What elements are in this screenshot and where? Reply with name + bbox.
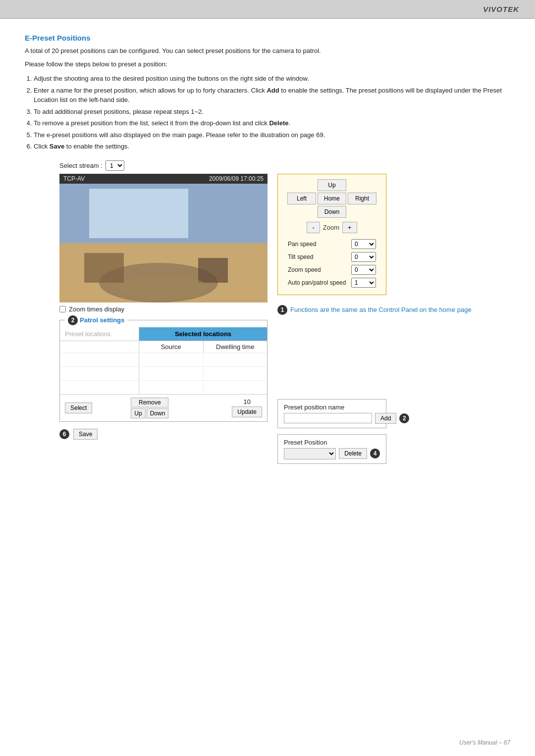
pan-speed-row: Pan speed 0123 — [286, 238, 378, 250]
pan-speed-select[interactable]: 0123 — [351, 239, 376, 249]
patrol-update-val: 10 — [243, 398, 250, 405]
steps-list: Adjust the shooting area to the desired … — [34, 74, 510, 151]
preset-position-select[interactable] — [284, 448, 336, 459]
auto-pan-control: 123 — [349, 277, 378, 289]
patrol-remove-button[interactable]: Remove — [131, 398, 168, 407]
zoom-speed-control: 0123 — [349, 264, 378, 276]
camera-controls-row: TCP-AV 2009/06/09 17:00:25 — [59, 174, 510, 464]
preset-delete-button[interactable]: Delete — [339, 448, 367, 459]
camera-header: TCP-AV 2009/06/09 17:00:25 — [59, 174, 268, 184]
camera-feed: TCP-AV 2009/06/09 17:00:25 — [59, 174, 268, 440]
patrol-updown-row: Up Down — [131, 408, 168, 418]
step-1: Adjust the shooting area to the desired … — [34, 74, 510, 84]
patrol-data-source-3 — [139, 381, 204, 394]
ptz-down-button[interactable]: Down — [318, 206, 346, 218]
patrol-down-button[interactable]: Down — [147, 408, 169, 418]
save-row: 6 Save — [59, 429, 268, 440]
patrol-up-button[interactable]: Up — [131, 408, 145, 418]
preset-name-row: Add 2 — [284, 413, 380, 424]
zoom-checkbox[interactable] — [59, 306, 66, 312]
save-button[interactable]: Save — [73, 429, 98, 440]
ptz-and-callout: Up Left Home Right Down - Zoom + — [277, 174, 472, 464]
patrol-remove-updown: Remove Up Down — [131, 398, 168, 418]
stream-select[interactable]: 1 2 3 — [106, 160, 124, 171]
auto-pan-select[interactable]: 123 — [351, 278, 376, 288]
tilt-speed-select[interactable]: 0123 — [351, 252, 376, 262]
patrol-preset-locations-header: Preset locations — [60, 327, 139, 341]
pan-speed-control: 0123 — [349, 238, 378, 250]
ptz-home-button[interactable]: Home — [318, 193, 346, 204]
patrol-badge: 2 — [68, 315, 78, 325]
patrol-update-button[interactable]: Update — [232, 406, 262, 417]
patrol-data-dwell-2 — [204, 367, 268, 380]
preset-name-badge: 2 — [399, 413, 409, 423]
section-title: E-Preset Positions — [25, 34, 510, 42]
patrol-data-left-2 — [60, 367, 139, 380]
camera-image — [59, 184, 268, 302]
ptz-left-button[interactable]: Left — [287, 193, 316, 204]
callout-1-badge: 1 — [277, 305, 287, 315]
page-wrapper: VIVOTEK E-Preset Positions A total of 20… — [0, 0, 535, 756]
callout-1-text: Functions are the same as the Control Pa… — [290, 305, 472, 315]
patrol-data-source-1 — [139, 353, 204, 366]
svg-rect-2 — [89, 189, 188, 238]
intro-text: A total of 20 preset positions can be co… — [25, 47, 510, 54]
patrol-update-col: 10 Update — [232, 398, 262, 417]
patrol-fieldset-legend: 2 Patrol settings — [65, 315, 127, 325]
zoom-minus-button[interactable]: - — [307, 222, 320, 233]
pan-speed-label: Pan speed — [286, 238, 348, 250]
vivotek-logo: VIVOTEK — [483, 5, 519, 13]
svg-rect-4 — [84, 253, 124, 283]
zoom-plus-button[interactable]: + — [342, 222, 357, 233]
header: VIVOTEK — [0, 0, 535, 19]
preset-position-label: Preset Position — [284, 439, 380, 446]
patrol-inner: Preset locations Selected locations — [60, 320, 267, 421]
patrol-data-dwell-3 — [204, 381, 268, 394]
step-5: The e-preset positions will also display… — [34, 130, 510, 140]
preset-add-button[interactable]: Add — [375, 413, 396, 424]
patrol-select-button[interactable]: Select — [65, 403, 92, 413]
svg-point-6 — [119, 275, 208, 300]
patrol-data-left-3 — [60, 381, 139, 394]
tilt-speed-row: Tilt speed 0123 — [286, 251, 378, 263]
zoom-label: Zoom — [323, 224, 339, 231]
ptz-right-button[interactable]: Right — [348, 193, 376, 204]
patrol-dwell-header: Dwelling time — [204, 341, 268, 353]
preset-right-panel: Preset position name Add 2 Preset Positi… — [277, 399, 472, 464]
patrol-data-row-1 — [60, 353, 267, 366]
zoom-speed-select[interactable]: 0123 — [351, 265, 376, 275]
zoom-speed-label: Zoom speed — [286, 264, 348, 276]
preset-name-input[interactable] — [284, 413, 372, 423]
step-2: Enter a name for the preset position, wh… — [34, 86, 510, 105]
preset-position-box: Preset Position Delete 4 — [277, 434, 386, 464]
content-area: E-Preset Positions A total of 20 preset … — [0, 19, 535, 494]
patrol-section-wrapper: 2 Patrol settings Preset locations Selec… — [59, 320, 268, 422]
save-badge: 6 — [59, 429, 69, 439]
patrol-header-row: Preset locations Selected locations — [60, 327, 267, 341]
patrol-selected-locations-header: Selected locations — [139, 327, 267, 341]
step6-bold: Save — [50, 143, 64, 150]
zoom-checkbox-row: Zoom times display — [59, 305, 268, 313]
patrol-sub-cols: Source Dwelling time — [139, 341, 267, 353]
camera-label: TCP-AV — [63, 175, 85, 182]
patrol-data-row-2 — [60, 366, 267, 380]
step-4: To remove a preset position from the lis… — [34, 118, 510, 128]
preset-name-label: Preset position name — [284, 403, 380, 411]
svg-rect-5 — [198, 258, 228, 283]
footer: User's Manual – 67 — [459, 739, 510, 746]
patrol-bottom-buttons: Select Remove Up Down 10 — [60, 394, 267, 421]
patrol-data-source-2 — [139, 367, 204, 380]
patrol-sub-left — [60, 341, 139, 353]
zoom-speed-row: Zoom speed 0123 — [286, 264, 378, 276]
stream-row: Select stream : 1 2 3 — [59, 160, 510, 171]
callout-1: 1 Functions are the same as the Control … — [277, 305, 472, 315]
steps-intro: Please follow the steps below to preset … — [25, 60, 510, 68]
ptz-up-button[interactable]: Up — [318, 179, 346, 191]
patrol-title: Patrol settings — [80, 316, 124, 324]
ptz-panel: Up Left Home Right Down - Zoom + — [277, 174, 386, 295]
patrol-data-dwell-1 — [204, 353, 268, 366]
auto-pan-label: Auto pan/patrol speed — [286, 277, 348, 289]
zoom-row: - Zoom + — [285, 222, 379, 233]
tilt-speed-label: Tilt speed — [286, 251, 348, 263]
preset-position-row: Delete 4 — [284, 448, 380, 459]
